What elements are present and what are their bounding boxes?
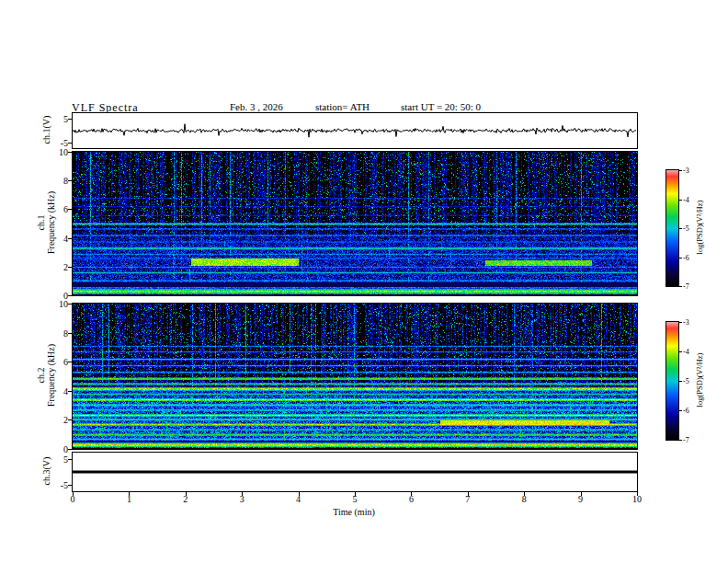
y-tick-mark (68, 143, 72, 144)
y-tick-label: 5 (46, 454, 68, 465)
colorbar-tick-mark (679, 440, 682, 441)
colorbar-tick-label: -5 (683, 377, 689, 385)
figure-date: Feb. 3 , 2026 (230, 101, 283, 112)
colorbar-tick-label: -6 (683, 407, 689, 415)
ch2-spectrogram-panel (72, 303, 638, 450)
y-tick-mark (68, 419, 72, 420)
y-tick-label: 6 (46, 204, 68, 214)
x-tick-mark (355, 492, 356, 496)
y-tick-mark (68, 209, 72, 210)
colorbar-tick-mark (679, 381, 682, 382)
y-tick-label: -5 (46, 137, 68, 147)
y-tick-mark (68, 333, 72, 334)
start-ut-label: start UT = 20: 50: 0 (401, 101, 481, 112)
y-tick-label: 2 (46, 261, 68, 271)
colorbar-tick-mark (679, 322, 682, 323)
ch2-colorbar (665, 321, 679, 441)
x-tick-mark (242, 492, 243, 496)
y-tick-label: 0 (46, 444, 68, 454)
colorbar-tick-label: -4 (683, 195, 689, 203)
y-tick-mark (68, 152, 72, 153)
x-tick-mark (73, 492, 74, 496)
colorbar-tick-label: -4 (683, 348, 689, 356)
x-tick-mark (299, 492, 300, 496)
y-tick-mark (68, 304, 72, 304)
y-tick-label: 8 (46, 327, 68, 338)
y-tick-mark (68, 267, 72, 268)
ch1-waveform-panel (72, 112, 638, 149)
colorbar-tick-mark (679, 410, 682, 411)
ch2-frequency-axis-label-line1: ch.2 (36, 344, 46, 407)
ch1-frequency-axis-label-line2: Frequency (kHz) (46, 191, 56, 254)
x-tick-mark (129, 492, 130, 496)
colorbar2-axis-label: log(PSD)(V²/Hz) (695, 353, 704, 408)
y-tick-label: 10 (46, 299, 68, 309)
x-tick-mark (524, 492, 525, 496)
y-tick-mark (68, 362, 72, 362)
colorbar-tick-label: -3 (683, 167, 689, 175)
y-tick-label: -5 (46, 480, 68, 490)
x-tick-mark (581, 492, 582, 496)
station-label: station= ATH (315, 101, 370, 112)
colorbar-tick-label: -7 (683, 436, 689, 444)
y-tick-mark (68, 180, 72, 181)
colorbar-tick-mark (679, 258, 682, 259)
x-tick-mark (186, 492, 187, 496)
colorbar-tick-label: -3 (683, 318, 689, 327)
y-tick-mark (68, 449, 72, 450)
y-tick-label: 2 (46, 415, 68, 425)
y-tick-mark (68, 295, 72, 296)
colorbar-tick-mark (679, 351, 682, 352)
y-tick-label: 4 (46, 385, 68, 396)
colorbar-tick-mark (679, 200, 682, 201)
y-tick-mark (68, 391, 72, 392)
y-tick-label: 6 (46, 357, 68, 367)
y-tick-label: 8 (46, 176, 68, 186)
colorbar-tick-mark (679, 286, 682, 287)
colorbar1-axis-label: log(PSD)(V²/Hz) (695, 201, 704, 255)
y-tick-label: 5 (46, 114, 68, 124)
y-tick-mark (68, 485, 72, 486)
colorbar-tick-mark (679, 170, 682, 171)
y-tick-label: 10 (46, 147, 68, 157)
x-tick-mark (468, 492, 469, 496)
colorbar-tick-mark (679, 228, 682, 229)
ch1-spectrogram-panel (72, 151, 638, 296)
vlf-spectra-figure: VLF Spectra Feb. 3 , 2026 station= ATH s… (0, 0, 728, 563)
y-tick-label: 4 (46, 233, 68, 243)
ch1-colorbar (665, 169, 679, 287)
y-tick-mark (68, 119, 72, 120)
y-tick-mark (68, 238, 72, 239)
ch2-frequency-axis-label: ch.2 Frequency (kHz) (36, 344, 56, 407)
ch3-waveform-panel (72, 452, 638, 492)
colorbar-tick-label: -7 (683, 282, 689, 291)
x-tick-mark (637, 492, 638, 496)
x-tick-mark (411, 492, 412, 496)
time-axis-label: Time (min) (333, 507, 374, 517)
colorbar-tick-label: -6 (683, 253, 689, 261)
ch2-frequency-axis-label-line2: Frequency (kHz) (46, 344, 56, 407)
ch1-frequency-axis-label: ch.1 Frequency (kHz) (36, 191, 56, 254)
colorbar-tick-label: -5 (683, 224, 689, 233)
ch1-frequency-axis-label-line1: ch.1 (36, 191, 46, 254)
y-tick-mark (68, 459, 72, 460)
